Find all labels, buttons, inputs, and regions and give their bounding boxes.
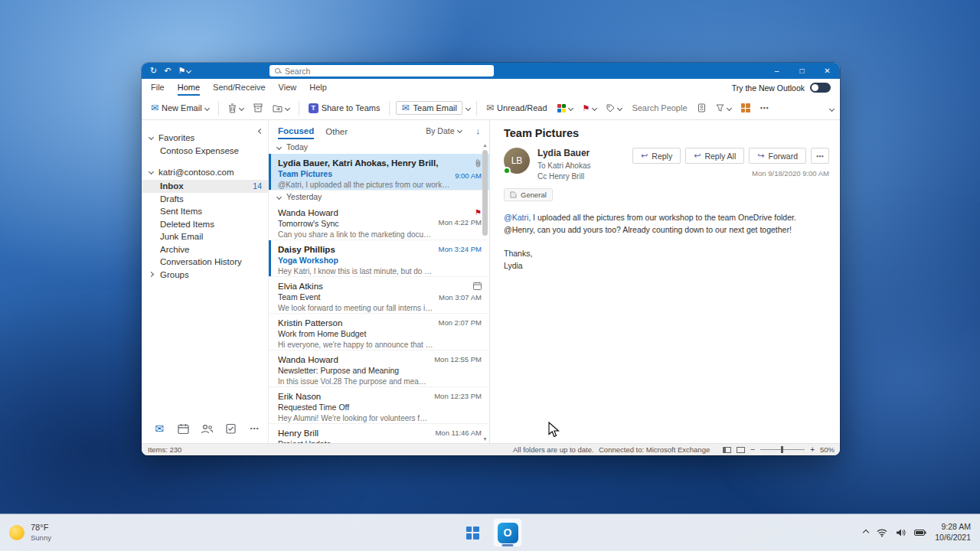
quick-steps-gallery-chevron[interactable] (466, 105, 471, 110)
archive-button[interactable] (250, 101, 266, 115)
message-list-scrollbar[interactable]: ▲ ▼ (481, 141, 489, 443)
menu-tab-home[interactable]: Home (178, 80, 200, 96)
cc-recipients[interactable]: Cc Henry Brill (537, 171, 590, 181)
email-list-item[interactable]: Elvia AtkinsTeam EventWe look forward to… (269, 277, 489, 314)
sidebar-folder-inbox[interactable]: Inbox14 (142, 180, 268, 193)
scroll-up-arrow[interactable]: ▲ (482, 142, 487, 148)
taskbar-clock[interactable]: 9:28 AM 10/6/2021 (935, 522, 971, 543)
scroll-down-arrow[interactable]: ▼ (482, 435, 487, 442)
favorites-label: Favorites (158, 133, 194, 142)
sort-by-date-dropdown[interactable]: By Date (426, 126, 461, 135)
tray-overflow-chevron[interactable] (864, 530, 868, 535)
forward-button[interactable]: ↪ Forward (749, 148, 806, 164)
menu-tab-sendreceive[interactable]: Send/Receive (213, 80, 266, 96)
tab-other[interactable]: Other (325, 123, 348, 139)
collapse-sidebar-button[interactable] (259, 126, 263, 135)
zoom-slider[interactable] (760, 449, 805, 450)
follow-up-button[interactable]: ⚑ (580, 102, 600, 115)
search-people-box[interactable]: Search People (629, 101, 690, 115)
weather-widget[interactable]: 78°F Sunny (9, 514, 51, 551)
sidebar-folder-deleted-items[interactable]: Deleted Items (142, 218, 268, 231)
categorize-button[interactable] (554, 102, 576, 115)
email-list-item[interactable]: Kristin PattersonWork from Home BudgetHi… (269, 314, 489, 350)
email-list: TodayLydia Bauer, Katri Ahokas, Henry Br… (269, 141, 489, 443)
sidebar-folder-sent-items[interactable]: Sent Items (142, 205, 268, 218)
move-button[interactable] (270, 102, 292, 115)
share-to-teams-label: Share to Teams (322, 103, 381, 112)
reading-view-icon[interactable] (723, 447, 731, 453)
menu-bar: FileHomeSend/ReceiveViewHelp Try the New… (142, 79, 840, 96)
tab-focused[interactable]: Focused (278, 122, 314, 139)
favorite-item-contoso-expensese[interactable]: Contoso Expensese (142, 144, 268, 157)
delete-button[interactable] (225, 101, 247, 116)
message-more-actions-button[interactable]: ⋯ (811, 148, 829, 164)
new-outlook-toggle[interactable] (810, 83, 831, 93)
menu-items: FileHomeSend/ReceiveViewHelp (151, 80, 327, 96)
folder-label: Drafts (160, 194, 184, 204)
menu-tab-help[interactable]: Help (309, 80, 327, 96)
battery-icon[interactable] (914, 529, 926, 536)
sensitivity-label[interactable]: General (504, 188, 553, 201)
mention-link[interactable]: @Katri, (504, 213, 531, 222)
scrollbar-thumb[interactable] (482, 150, 488, 236)
share-to-teams-button[interactable]: T Share to Teams (305, 101, 384, 116)
sidebar-folder-junk-email[interactable]: Junk Email (142, 230, 268, 243)
undo-icon[interactable]: ↶ (164, 67, 171, 75)
title-bar[interactable]: ↻ ↶ ⚑ Search – □ ✕ (142, 63, 840, 79)
mail-module-icon[interactable]: ✉ (152, 422, 166, 435)
new-email-button[interactable]: ✉ New Email (148, 101, 212, 115)
ribbon-overflow-button[interactable]: ⋯ (757, 101, 772, 116)
email-preview: In this issue Vol.28 The purpose and mea… (278, 377, 430, 387)
zoom-in-button[interactable]: + (810, 446, 815, 454)
wifi-icon[interactable] (877, 528, 887, 537)
taskbar-outlook-button[interactable]: O (493, 518, 522, 547)
calendar-module-icon[interactable] (176, 422, 190, 435)
clock-date: 10/6/2021 (935, 533, 971, 543)
email-list-item[interactable]: Daisy PhillipsYoga WorkshopHey Katri, I … (269, 240, 489, 277)
email-group-header[interactable]: Yesterday (269, 191, 489, 204)
send-receive-icon[interactable]: ↻ (150, 67, 157, 75)
close-button[interactable]: ✕ (815, 63, 840, 79)
get-addins-button[interactable] (738, 101, 753, 115)
filter-email-button[interactable] (713, 102, 734, 114)
to-recipients[interactable]: To Katri Ahokas (537, 161, 590, 171)
sidebar-folder-archive[interactable]: Archive (142, 243, 268, 256)
zoom-out-button[interactable]: − (750, 446, 755, 454)
reply-button[interactable]: ↩ Reply (632, 148, 681, 164)
email-group-header[interactable]: Today (269, 141, 489, 154)
address-book-button[interactable] (694, 101, 709, 115)
menu-tab-file[interactable]: File (151, 80, 165, 96)
email-list-item[interactable]: Wanda HowardNewsletter: Purpose and Mean… (269, 350, 489, 387)
account-header[interactable]: katri@contoso.com (142, 165, 268, 178)
layout-view-icon[interactable] (737, 447, 745, 453)
menu-tab-view[interactable]: View (279, 80, 297, 96)
more-modules-icon[interactable]: ⋯ (247, 422, 261, 435)
email-list-item[interactable]: Henry BrillProject UpdateMon 11:46 AM (269, 424, 489, 443)
reply-all-button[interactable]: ↩ Reply All (685, 148, 744, 164)
email-list-item[interactable]: Erik NasonRequested Time OffHey Alumni! … (269, 387, 489, 424)
sidebar-folder-conversation-history[interactable]: Conversation History (142, 256, 268, 269)
maximize-button[interactable]: □ (789, 63, 815, 79)
sender-avatar[interactable]: LB (504, 148, 530, 174)
sidebar-folder-groups[interactable]: Groups (142, 269, 268, 282)
people-module-icon[interactable] (200, 422, 214, 435)
zoom-slider-thumb[interactable] (781, 446, 783, 453)
email-list-item[interactable]: Wanda HowardTomorrow's SyncCan you share… (269, 204, 489, 240)
email-time: Mon 3:07 AM (439, 293, 482, 302)
sidebar-folder-drafts[interactable]: Drafts (142, 193, 268, 206)
filter-sort-icon[interactable]: ↓ (476, 126, 481, 135)
speaker-icon[interactable] (896, 528, 906, 537)
favorites-header[interactable]: Favorites (142, 131, 268, 144)
quick-flag-icon[interactable]: ⚑ (178, 67, 191, 75)
tags-more-button[interactable] (603, 102, 625, 115)
search-input[interactable]: Search (270, 65, 494, 77)
start-button[interactable] (458, 518, 487, 547)
minimize-button[interactable]: – (764, 63, 789, 79)
ribbon-collapse-chevron[interactable] (830, 103, 834, 112)
sender-name[interactable]: Lydia Bauer (537, 148, 590, 160)
tasks-module-icon[interactable] (224, 422, 237, 435)
email-list-item[interactable]: Lydia Bauer, Katri Ahokas, Henry Brill,T… (269, 154, 489, 191)
quick-steps-team-email[interactable]: ✉ Team Email (396, 101, 462, 115)
zoom-level[interactable]: 50% (820, 445, 835, 454)
unread-read-button[interactable]: ✉ Unread/Read (483, 101, 550, 115)
